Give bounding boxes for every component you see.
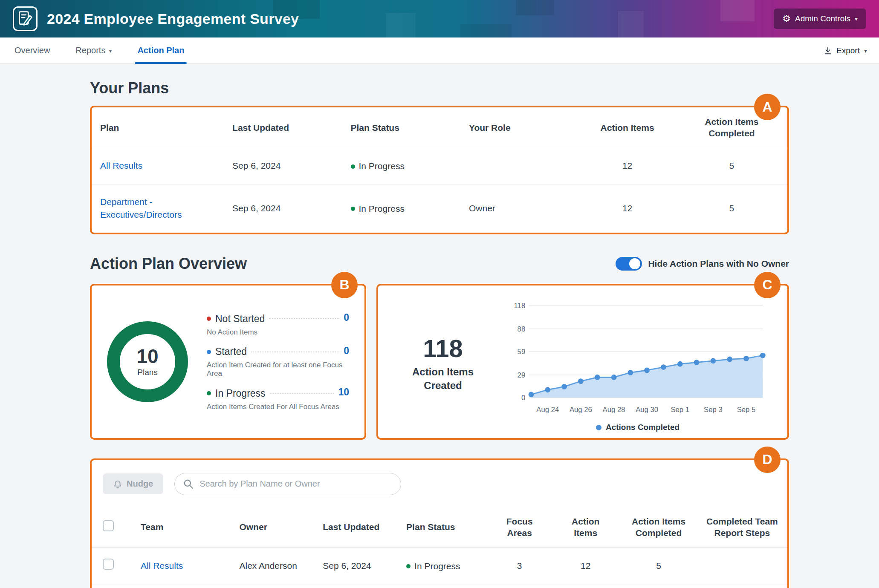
main-nav: Overview Reports ▾ Action Plan Export ▾	[0, 37, 879, 64]
plan-link[interactable]: Department - Executives/Directors	[100, 197, 182, 219]
col-action-items: Action Items	[578, 107, 676, 148]
col-last-updated: Last Updated	[224, 107, 342, 148]
action-plan-overview-heading: Action Plan Overview	[90, 255, 247, 273]
plans-donut-chart: 10 Plans	[107, 321, 188, 402]
legend-item: Started 0 Action Item Created for at lea…	[207, 345, 349, 378]
stat-value: 118	[393, 335, 492, 362]
status-dot-icon	[351, 207, 355, 211]
team-link[interactable]: All Results	[141, 561, 183, 571]
tab-overview[interactable]: Overview	[12, 37, 52, 63]
status-badge: In Progress	[406, 560, 460, 573]
not-started-dot-icon	[207, 317, 211, 321]
report-steps-cell: 1 of 3 steps taken	[697, 585, 787, 588]
col-completed-steps: Completed Team Report Steps	[697, 507, 787, 548]
status-dot-icon	[406, 564, 411, 568]
report-steps-cell	[697, 548, 787, 585]
focus-areas-cell: 3	[488, 548, 551, 585]
toggle-knob	[629, 258, 640, 269]
svg-text:Aug 28: Aug 28	[603, 406, 625, 414]
completed-cell: 5	[620, 585, 697, 588]
col-focus-areas: Focus Areas	[488, 507, 551, 548]
header-decoration	[618, 11, 644, 37]
area-chart: 0295988118Aug 24Aug 26Aug 28Aug 30Sep 1S…	[503, 294, 772, 420]
col-last-updated: Last Updated	[314, 507, 398, 548]
chart-legend: Actions Completed	[503, 423, 772, 432]
action-items-cell: 12	[578, 184, 676, 232]
role-cell	[460, 148, 578, 184]
svg-text:Aug 26: Aug 26	[570, 406, 592, 414]
annotation-badge-d: D	[754, 447, 781, 473]
admin-controls-button[interactable]: ⚙ Admin Controls ▾	[774, 9, 866, 29]
table-row: All Results Sep 6, 2024 In Progress 12 5	[92, 148, 787, 184]
gear-icon: ⚙	[782, 14, 791, 23]
hide-plans-toggle[interactable]	[616, 257, 642, 271]
stat-label: Action Items Created	[393, 365, 492, 392]
nudge-icon	[113, 479, 122, 489]
legend-description: Action Items Created For All Focus Areas	[207, 403, 349, 411]
header-decoration	[386, 13, 416, 37]
col-owner: Owner	[231, 507, 314, 548]
role-cell: Owner	[460, 184, 578, 232]
tab-reports[interactable]: Reports ▾	[73, 37, 114, 63]
table-row: Department - Executives/Directors Sep 6,…	[92, 184, 787, 232]
chevron-down-icon: ▾	[855, 15, 858, 22]
in-progress-dot-icon	[207, 391, 211, 395]
svg-text:Aug 30: Aug 30	[636, 406, 658, 414]
completed-cell: 5	[676, 148, 787, 184]
status-badge: In Progress	[351, 202, 405, 215]
plan-status-card: B 10 Plans Not Started 0 No Action Items…	[90, 284, 366, 440]
search-input[interactable]	[174, 473, 401, 495]
download-icon	[824, 46, 832, 55]
svg-text:Sep 5: Sep 5	[737, 406, 756, 414]
started-dot-icon	[207, 350, 211, 354]
plan-link[interactable]: All Results	[100, 161, 142, 170]
status-legend: Not Started 0 No Action Items Started 0 …	[207, 312, 349, 411]
actions-completed-chart: 0295988118Aug 24Aug 26Aug 28Aug 30Sep 1S…	[503, 294, 772, 432]
page-title: 2024 Employee Engagement Survey	[47, 11, 299, 27]
table-header-row: Team Owner Last Updated Plan Status Focu…	[92, 507, 787, 548]
export-button[interactable]: Export ▾	[824, 37, 867, 63]
svg-text:Aug 24: Aug 24	[536, 406, 559, 414]
col-plan: Plan	[92, 107, 224, 148]
col-your-role: Your Role	[460, 107, 578, 148]
your-plans-heading: Your Plans	[90, 79, 789, 97]
annotation-badge-b: B	[331, 272, 358, 298]
your-plans-panel: A Plan Last Updated Plan Status Your Rol…	[90, 106, 789, 234]
dotted-leader	[269, 318, 339, 319]
actions-created-card: C 118 Action Items Created 0295988118Aug…	[376, 284, 789, 440]
action-items-cell: 12	[578, 148, 676, 184]
last-updated-cell: Sep 6, 2024	[314, 548, 398, 585]
action-items-cell: 12	[551, 548, 620, 585]
header-decoration	[460, 24, 512, 37]
dotted-leader	[251, 352, 339, 352]
svg-text:29: 29	[518, 371, 526, 379]
svg-text:59: 59	[518, 348, 526, 356]
legend-dot-icon	[596, 425, 601, 430]
legend-value: 0	[344, 345, 349, 357]
tab-action-plan[interactable]: Action Plan	[135, 37, 187, 63]
last-updated-cell: Sep 6, 2024	[224, 148, 342, 184]
action-items-created-stat: 118 Action Items Created	[393, 335, 492, 392]
col-team: Team	[132, 507, 231, 548]
header-decoration	[516, 0, 554, 15]
chevron-down-icon: ▾	[864, 47, 867, 54]
select-all-checkbox[interactable]	[103, 520, 114, 531]
svg-text:Sep 1: Sep 1	[671, 406, 689, 414]
legend-item: In Progress 10 Action Items Created For …	[207, 386, 349, 411]
col-plan-status: Plan Status	[342, 107, 460, 148]
col-action-items-completed: Action Items Completed	[620, 507, 697, 548]
legend-item: Not Started 0 No Action Items	[207, 312, 349, 337]
nudge-button[interactable]: Nudge	[103, 473, 163, 494]
status-badge: In Progress	[351, 160, 405, 173]
row-checkbox[interactable]	[103, 559, 114, 570]
status-dot-icon	[351, 164, 355, 169]
svg-text:118: 118	[514, 302, 526, 310]
last-updated-cell: Sep 6, 2024	[314, 585, 398, 588]
toggle-label: Hide Action Plans with No Owner	[648, 259, 789, 269]
table-header-row: Plan Last Updated Plan Status Your Role …	[92, 107, 787, 148]
svg-text:88: 88	[518, 325, 526, 333]
all-plans-table: Team Owner Last Updated Plan Status Focu…	[92, 507, 787, 588]
owner-cell: Alex Anderson	[231, 548, 314, 585]
search-icon	[183, 478, 194, 490]
chevron-down-icon: ▾	[109, 47, 112, 54]
